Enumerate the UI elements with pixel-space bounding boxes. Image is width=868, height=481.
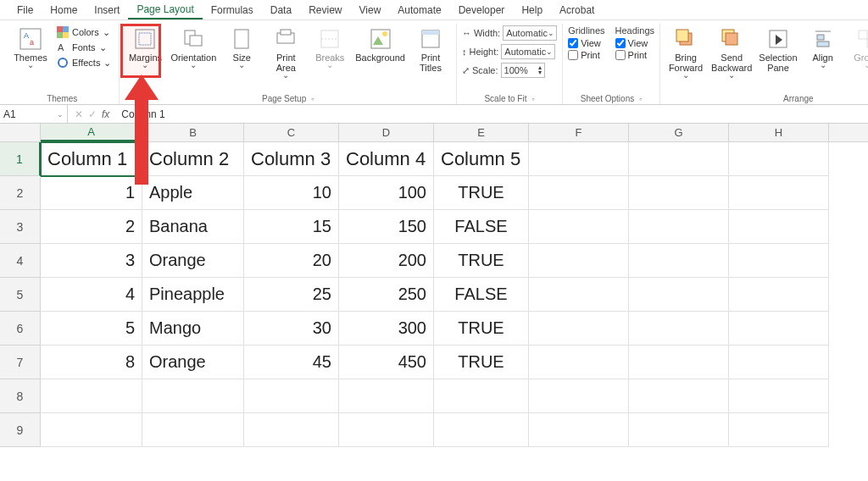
cell[interactable] (244, 413, 339, 447)
send-backward-button[interactable]: Send Backward (709, 25, 754, 80)
cell[interactable]: Mango (142, 312, 244, 346)
col-header-E[interactable]: E (434, 124, 529, 141)
cell[interactable]: 4 (41, 278, 142, 312)
row-header[interactable]: 7 (0, 346, 41, 379)
height-select[interactable]: Automatic⌄ (501, 44, 555, 59)
cell[interactable]: 15 (244, 210, 339, 244)
cell[interactable] (629, 244, 729, 278)
cell[interactable] (529, 413, 629, 447)
cell[interactable] (41, 413, 142, 447)
cell[interactable]: 150 (339, 210, 434, 244)
cell[interactable] (729, 278, 829, 312)
cell[interactable]: FALSE (434, 278, 529, 312)
gridlines-view-check[interactable]: View (568, 38, 604, 48)
cell[interactable]: 20 (244, 244, 339, 278)
fx-icon[interactable]: fx (102, 108, 109, 120)
tab-home[interactable]: Home (42, 2, 86, 19)
scale-spinner[interactable]: 100%▴▾ (501, 63, 545, 78)
cell[interactable]: Column 4 (339, 142, 434, 176)
cell[interactable]: 8 (41, 346, 142, 379)
tab-view[interactable]: View (351, 2, 390, 19)
row-header[interactable]: 1 (0, 142, 41, 176)
cell[interactable] (629, 176, 729, 210)
colors-button[interactable]: Colors ⌄ (54, 25, 114, 39)
tab-data[interactable]: Data (262, 2, 300, 19)
cell[interactable] (729, 346, 829, 379)
cell[interactable] (434, 379, 529, 413)
cell[interactable]: Column 1 (41, 142, 142, 176)
cell[interactable] (629, 278, 729, 312)
cell[interactable]: Column 2 (142, 142, 244, 176)
cell[interactable]: 100 (339, 176, 434, 210)
row-header[interactable]: 9 (0, 413, 41, 447)
orientation-button[interactable]: Orientation (169, 25, 218, 69)
cell[interactable]: Column 5 (434, 142, 529, 176)
row-header[interactable]: 8 (0, 379, 41, 413)
cell[interactable] (529, 142, 629, 176)
cancel-icon[interactable]: ✕ (75, 108, 83, 120)
tab-automate[interactable]: Automate (389, 2, 449, 19)
row-header[interactable]: 4 (0, 244, 41, 278)
cell[interactable]: TRUE (434, 244, 529, 278)
tab-acrobat[interactable]: Acrobat (551, 2, 603, 19)
cell[interactable]: 200 (339, 244, 434, 278)
cell[interactable]: 25 (244, 278, 339, 312)
enter-icon[interactable]: ✓ (88, 108, 97, 120)
cell[interactable]: TRUE (434, 312, 529, 346)
cell[interactable]: TRUE (434, 346, 529, 379)
cell[interactable]: Column 3 (244, 142, 339, 176)
cell[interactable]: 30 (244, 312, 339, 346)
bring-forward-button[interactable]: Bring Forward (665, 25, 706, 80)
cell[interactable]: 300 (339, 312, 434, 346)
select-all-corner[interactable] (0, 124, 41, 142)
cell[interactable] (729, 176, 829, 210)
cell[interactable] (629, 413, 729, 447)
cell[interactable]: 3 (41, 244, 142, 278)
print-area-button[interactable]: Print Area (265, 25, 306, 80)
themes-button[interactable]: Aa Themes (10, 25, 51, 69)
cell[interactable] (729, 244, 829, 278)
cell[interactable] (629, 210, 729, 244)
headings-view-check[interactable]: View (615, 38, 654, 48)
cell[interactable] (629, 142, 729, 176)
cell[interactable] (729, 413, 829, 447)
cell[interactable] (434, 413, 529, 447)
print-titles-button[interactable]: Print Titles (410, 25, 451, 75)
selection-pane-button[interactable]: Selection Pane (757, 25, 798, 75)
cell[interactable] (729, 379, 829, 413)
cell[interactable] (142, 413, 244, 447)
cell[interactable] (142, 379, 244, 413)
size-button[interactable]: Size (221, 25, 262, 69)
cell[interactable] (244, 379, 339, 413)
cell[interactable]: Pineapple (142, 278, 244, 312)
col-header-D[interactable]: D (339, 124, 434, 141)
cell[interactable]: Orange (142, 244, 244, 278)
cell[interactable] (339, 413, 434, 447)
tab-file[interactable]: File (8, 2, 42, 19)
row-header[interactable]: 2 (0, 176, 41, 210)
cell[interactable] (729, 210, 829, 244)
cell[interactable] (529, 379, 629, 413)
cell[interactable] (529, 176, 629, 210)
gridlines-print-check[interactable]: Print (568, 50, 604, 60)
tab-developer[interactable]: Developer (450, 2, 514, 19)
cell[interactable] (629, 379, 729, 413)
col-header-F[interactable]: F (529, 124, 629, 141)
background-button[interactable]: Background (353, 25, 407, 64)
breaks-button[interactable]: Breaks (309, 25, 350, 69)
cell[interactable] (339, 379, 434, 413)
page-setup-launcher[interactable]: ▫ (311, 95, 314, 103)
row-header[interactable]: 3 (0, 210, 41, 244)
headings-print-check[interactable]: Print (615, 50, 654, 60)
cell[interactable] (529, 312, 629, 346)
scale-launcher[interactable]: ▫ (531, 95, 534, 103)
cell[interactable] (529, 210, 629, 244)
cell[interactable]: Orange (142, 346, 244, 379)
col-header-G[interactable]: G (629, 124, 729, 141)
cell[interactable]: 450 (339, 346, 434, 379)
name-box[interactable]: A1⌄ (0, 105, 68, 123)
width-select[interactable]: Automatic⌄ (503, 25, 557, 41)
col-header-A[interactable]: A (41, 124, 142, 141)
group-button[interactable]: Group (847, 25, 868, 69)
col-header-B[interactable]: B (142, 124, 244, 141)
